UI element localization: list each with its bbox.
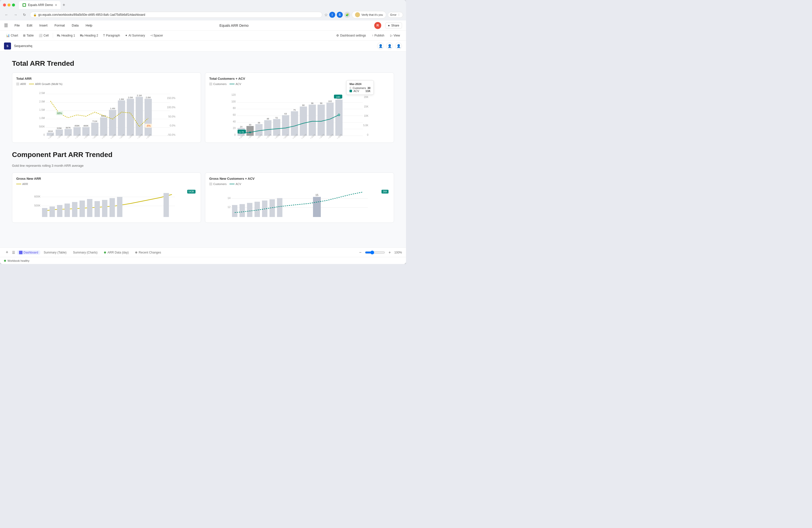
active-tab[interactable]: Equals ARR Demo × bbox=[19, 1, 60, 9]
svg-rect-29 bbox=[109, 110, 116, 136]
org-name: Sequencehq bbox=[14, 44, 32, 48]
svg-text:14: 14 bbox=[228, 196, 231, 200]
svg-text:2.1M: 2.1M bbox=[137, 94, 142, 97]
gross-new-arr-chart: Gross New ARR ARR 543K bbox=[12, 173, 201, 223]
legend-gross-acv: ACV bbox=[230, 182, 241, 186]
view-button[interactable]: ▷ View bbox=[388, 33, 402, 38]
toolbar-chart[interactable]: 📊 Chart bbox=[4, 33, 20, 38]
share-button[interactable]: ● Share bbox=[385, 23, 402, 29]
close-traffic-light[interactable] bbox=[3, 3, 6, 6]
h2-icon: H₂ bbox=[80, 34, 84, 37]
customers-acv-title: Total Customers + ACV bbox=[209, 77, 390, 80]
extension-icon-puzzle[interactable]: 🧩 bbox=[344, 12, 350, 18]
zoom-in-button[interactable]: + bbox=[387, 250, 392, 255]
header-user-icon-2[interactable]: 👤 bbox=[386, 43, 393, 49]
section2-desc: Gold line represents rolling 3 month ARR… bbox=[12, 164, 394, 167]
toolbar-cell[interactable]: ⬜ Cell bbox=[37, 33, 51, 38]
summary-table-label: Summary (Table) bbox=[44, 251, 67, 254]
toolbar: 📊 Chart ⊞ Table ⬜ Cell H₁ Heading 1 H₂ H… bbox=[0, 30, 406, 41]
svg-text:466K: 466K bbox=[83, 124, 88, 127]
svg-text:51: 51 bbox=[276, 117, 278, 119]
svg-text:2.5M: 2.5M bbox=[39, 92, 45, 94]
status-text: Workbook healthy bbox=[8, 259, 29, 262]
toolbar-heading2[interactable]: H₂ Heading 2 bbox=[78, 33, 100, 38]
arr-data-tab[interactable]: ARR Data (day) bbox=[101, 250, 132, 255]
extension-icon-info[interactable]: i bbox=[329, 12, 335, 18]
maximize-traffic-light[interactable] bbox=[12, 3, 15, 6]
tab-favicon bbox=[23, 3, 26, 7]
new-tab-button[interactable]: + bbox=[61, 1, 66, 9]
toolbar-spacer[interactable]: ⊣ Spacer bbox=[148, 33, 165, 38]
svg-text:60: 60 bbox=[233, 114, 236, 116]
user-avatar[interactable]: R bbox=[374, 22, 381, 29]
total-arr-title: Total ARR bbox=[16, 77, 197, 80]
bottom-tabs: + ☰ Dashboard Summary (Table) Summary (C… bbox=[0, 248, 406, 257]
gross-customers-legend: Customers ACV bbox=[209, 182, 390, 186]
menu-data[interactable]: Data bbox=[70, 23, 80, 28]
menu-insert[interactable]: Insert bbox=[38, 23, 49, 28]
dashboard-settings-button[interactable]: ⚙ Dashboard settings bbox=[334, 33, 368, 38]
arr-data-dot bbox=[104, 251, 106, 253]
svg-rect-35 bbox=[136, 97, 143, 136]
reload-button[interactable]: ↻ bbox=[21, 11, 28, 18]
verify-button[interactable]: Verify that it's you bbox=[352, 11, 386, 18]
svg-rect-37 bbox=[145, 99, 152, 136]
error-button[interactable]: Error ⋮ bbox=[388, 12, 403, 18]
bookmark-button[interactable]: ☆ bbox=[324, 13, 328, 17]
legend-arr: ARR bbox=[16, 83, 26, 86]
toolbar-heading1[interactable]: H₁ Heading 1 bbox=[55, 33, 77, 38]
svg-text:458K: 458K bbox=[74, 124, 80, 127]
status-bar: Workbook healthy bbox=[0, 257, 406, 264]
total-arr-chart: Total ARR ARR ARR Growth (MoM %) bbox=[12, 73, 201, 143]
svg-rect-96 bbox=[335, 100, 343, 135]
minimize-traffic-light[interactable] bbox=[8, 3, 11, 6]
url-text: go.equals.com/workbooks/89a5b50e-d495-49… bbox=[38, 13, 145, 16]
toolbar-paragraph[interactable]: T Paragraph bbox=[101, 33, 122, 38]
zoom-slider[interactable] bbox=[365, 250, 385, 254]
menu-file[interactable]: File bbox=[13, 23, 21, 28]
tooltip-acv-label: ACV bbox=[353, 89, 359, 92]
tab-close-button[interactable]: × bbox=[55, 3, 57, 7]
dashboard-tab[interactable]: Dashboard bbox=[17, 250, 40, 255]
url-bar[interactable]: 🔒 go.equals.com/workbooks/89a5b50e-d495-… bbox=[30, 12, 322, 18]
svg-text:68%: 68% bbox=[57, 112, 62, 115]
svg-text:6.7K: 6.7K bbox=[239, 131, 244, 133]
add-sheet-button[interactable]: + bbox=[4, 249, 10, 255]
publish-button[interactable]: ↑ Publish bbox=[370, 33, 386, 38]
extension-icon-s[interactable]: S bbox=[337, 12, 343, 18]
back-button[interactable]: ← bbox=[3, 11, 10, 18]
menu-format[interactable]: Format bbox=[53, 23, 66, 28]
dashboard-area: S Sequencehq 👤 👤 👤 Total ARR Trended Tot… bbox=[0, 41, 406, 248]
svg-text:30: 30 bbox=[249, 123, 251, 126]
menu-edit[interactable]: Edit bbox=[25, 23, 34, 28]
chart-label: Chart bbox=[11, 34, 18, 37]
svg-rect-139 bbox=[247, 203, 252, 217]
toolbar-ai-summary[interactable]: ✦ AI Summary bbox=[123, 33, 147, 38]
toolbar-table[interactable]: ⊞ Table bbox=[21, 33, 36, 38]
forward-button[interactable]: → bbox=[12, 11, 19, 18]
app-logo: ☰ bbox=[4, 23, 8, 28]
menu-help[interactable]: Help bbox=[84, 23, 94, 28]
legend-acv-line bbox=[230, 84, 234, 84]
recent-changes-tab[interactable]: Recent Changes bbox=[132, 250, 164, 255]
svg-text:161K: 161K bbox=[48, 130, 53, 132]
svg-text:711K: 711K bbox=[92, 120, 98, 122]
header-user-icon-1[interactable]: 👤 bbox=[377, 43, 384, 49]
total-customers-acv-chart: Total Customers + ACV Customers ACV bbox=[205, 73, 394, 143]
summary-charts-tab[interactable]: Summary (Charts) bbox=[70, 250, 101, 255]
svg-text:75: 75 bbox=[293, 109, 296, 111]
svg-rect-25 bbox=[91, 123, 99, 136]
legend-growth-label: ARR Growth (MoM %) bbox=[35, 83, 62, 86]
svg-rect-78 bbox=[255, 124, 262, 136]
summary-table-tab[interactable]: Summary (Table) bbox=[41, 250, 70, 255]
tooltip-customers-dot bbox=[349, 87, 351, 89]
svg-rect-84 bbox=[282, 115, 289, 136]
zoom-out-button[interactable]: − bbox=[358, 250, 363, 255]
header-user-icon-3[interactable]: 👤 bbox=[395, 43, 402, 49]
sheets-menu-button[interactable]: ☰ bbox=[11, 249, 16, 255]
svg-text:20K: 20K bbox=[364, 96, 368, 99]
spacer-icon: ⊣ bbox=[150, 34, 153, 37]
gross-arr-svg: 600K 500K bbox=[16, 189, 197, 219]
svg-text:80: 80 bbox=[233, 107, 236, 109]
view-label: View bbox=[393, 34, 400, 37]
